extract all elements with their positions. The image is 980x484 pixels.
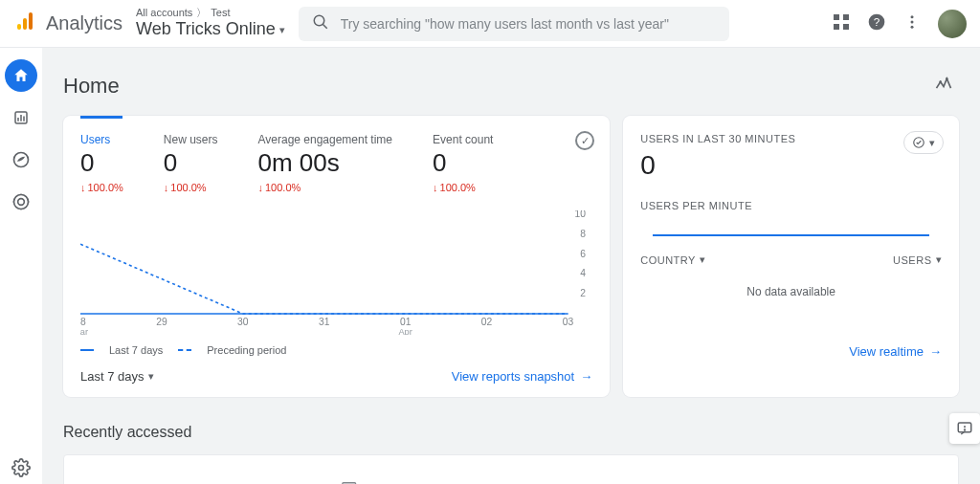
metric-label: Event count (433, 133, 493, 146)
sidebar-item-explore[interactable] (5, 143, 37, 176)
caret-down-icon: ▾ (929, 137, 935, 149)
metric-delta: ↓100.0% (258, 182, 393, 193)
svg-rect-5 (834, 14, 839, 20)
legend-swatch-solid (80, 349, 94, 351)
sidebar-item-reports[interactable] (5, 101, 37, 134)
svg-point-23 (946, 77, 948, 80)
realtime-options[interactable]: ▾ (903, 131, 944, 154)
caret-down-icon: ▾ (700, 253, 706, 266)
analytics-logo-icon (13, 11, 36, 36)
svg-rect-8 (843, 24, 849, 30)
arrow-right-icon: → (929, 344, 942, 359)
arrow-down-icon: ↓ (433, 182, 438, 193)
realtime-sparkline (653, 234, 930, 236)
sidebar (0, 48, 42, 484)
search-input[interactable] (341, 16, 716, 32)
metric-tile[interactable]: Users0↓100.0% (80, 133, 123, 193)
svg-rect-7 (834, 24, 839, 30)
svg-text:?: ? (874, 15, 880, 28)
property-name: Web Tricks Online (136, 19, 276, 40)
svg-point-3 (314, 15, 324, 26)
metric-label: New users (164, 133, 218, 146)
product-name: Analytics (46, 12, 122, 34)
svg-text:31: 31 (319, 317, 330, 327)
svg-line-4 (323, 24, 327, 29)
svg-rect-16 (20, 115, 22, 121)
pointer-icon (341, 480, 362, 484)
sidebar-item-advertising[interactable] (5, 186, 37, 218)
metric-label: Users (80, 133, 123, 146)
logo-block[interactable]: Analytics (13, 11, 122, 36)
search-box[interactable] (299, 7, 729, 41)
view-realtime-link[interactable]: View realtime → (849, 344, 942, 359)
column-country[interactable]: COUNTRY ▾ (640, 253, 705, 266)
metric-delta: ↓100.0% (80, 182, 123, 193)
svg-text:03: 03 (563, 317, 574, 327)
insights-icon[interactable] (928, 69, 959, 102)
svg-point-11 (911, 15, 914, 18)
metric-tile[interactable]: New users0↓100.0% (164, 133, 218, 193)
metric-tile[interactable]: Event count0↓100.0% (433, 133, 493, 193)
arrow-down-icon: ↓ (258, 182, 264, 193)
realtime-card: ▾ USERS IN LAST 30 MINUTES 0 USERS PER M… (623, 116, 959, 397)
svg-point-22 (939, 80, 942, 83)
period-label: Last 7 days (80, 369, 145, 384)
search-icon (312, 13, 329, 33)
svg-point-21 (19, 466, 24, 471)
svg-text:29: 29 (156, 317, 167, 327)
svg-text:28: 28 (80, 317, 86, 327)
svg-point-20 (18, 199, 25, 206)
link-text: View realtime (849, 344, 924, 359)
more-vert-icon[interactable] (903, 13, 921, 33)
svg-text:30: 30 (237, 317, 249, 327)
svg-point-12 (911, 21, 914, 24)
feedback-button[interactable] (949, 413, 980, 444)
svg-rect-2 (29, 12, 33, 30)
column-users[interactable]: USERS ▾ (893, 253, 942, 266)
metric-value: 0 (80, 148, 123, 178)
metric-label: Average engagement time (258, 133, 393, 146)
caret-down-icon: ▾ (936, 253, 943, 266)
sidebar-item-admin[interactable] (5, 451, 37, 484)
header-right: ? (833, 10, 967, 38)
svg-text:Mar: Mar (80, 327, 88, 335)
avatar[interactable] (938, 10, 967, 38)
svg-point-42 (965, 429, 966, 430)
property-picker[interactable]: All accounts 〉 Test Web Tricks Online ▾ (136, 7, 285, 40)
metric-tile[interactable]: Average engagement time0m 00s↓100.0% (258, 133, 393, 193)
arrow-right-icon: → (580, 369, 592, 384)
svg-point-13 (911, 26, 914, 29)
view-snapshot-link[interactable]: View reports snapshot → (452, 369, 592, 384)
breadcrumb-account: All accounts (136, 7, 192, 19)
legend-prev: Preceding period (207, 344, 286, 356)
svg-text:10: 10 (575, 210, 587, 219)
svg-text:4: 4 (580, 269, 586, 279)
chevron-right-icon: 〉 (196, 7, 207, 19)
arrow-down-icon: ↓ (80, 182, 86, 193)
active-tab-indicator (80, 116, 122, 119)
sidebar-item-home[interactable] (5, 59, 37, 92)
svg-rect-1 (23, 18, 27, 30)
svg-rect-17 (23, 117, 25, 121)
metric-value: 0 (164, 148, 218, 178)
legend-current: Last 7 days (109, 344, 163, 356)
caret-down-icon: ▾ (148, 370, 154, 383)
chart-legend: Last 7 days Preceding period (80, 344, 592, 356)
overview-card: ✓ Users0↓100.0%New users0↓100.0%Average … (63, 116, 610, 397)
trend-chart: 24681028Mar29303101Apr0203 (80, 210, 592, 335)
realtime-label: USERS IN LAST 30 MINUTES (640, 133, 942, 144)
svg-point-19 (14, 195, 29, 209)
svg-rect-6 (843, 14, 849, 20)
help-icon[interactable]: ? (867, 12, 886, 34)
main-content: Home ✓ Users0↓100.0%New users0↓100.0%Ave… (42, 48, 980, 484)
recently-accessed-card: Reports and pages you recently visited w… (63, 454, 959, 484)
arrow-down-icon: ↓ (164, 182, 169, 193)
svg-text:8: 8 (580, 229, 586, 239)
link-text: View reports snapshot (452, 369, 574, 384)
legend-swatch-dashed (178, 349, 191, 351)
period-dropdown[interactable]: Last 7 days ▾ (80, 369, 154, 384)
svg-text:Apr: Apr (398, 327, 412, 335)
svg-text:01: 01 (400, 317, 412, 327)
svg-text:2: 2 (580, 288, 586, 298)
apps-icon[interactable] (833, 13, 850, 33)
